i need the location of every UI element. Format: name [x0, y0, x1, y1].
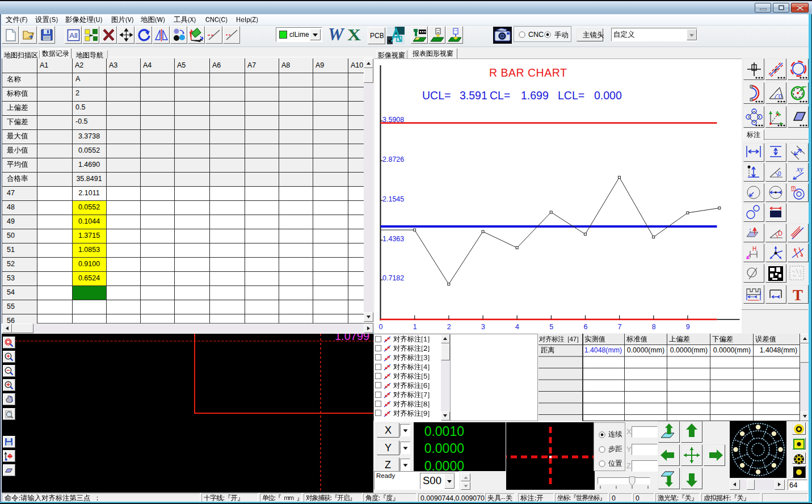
- svg-text:0: 0: [779, 93, 782, 100]
- svg-text:D: D: [778, 230, 782, 237]
- svg-text:m: m: [791, 184, 796, 191]
- svg-text:All: All: [69, 31, 78, 40]
- svg-text:0: 0: [778, 171, 781, 177]
- svg-text:xy: xy: [796, 165, 803, 173]
- svg-text:H: H: [752, 246, 756, 252]
- svg-text:T: T: [793, 287, 803, 304]
